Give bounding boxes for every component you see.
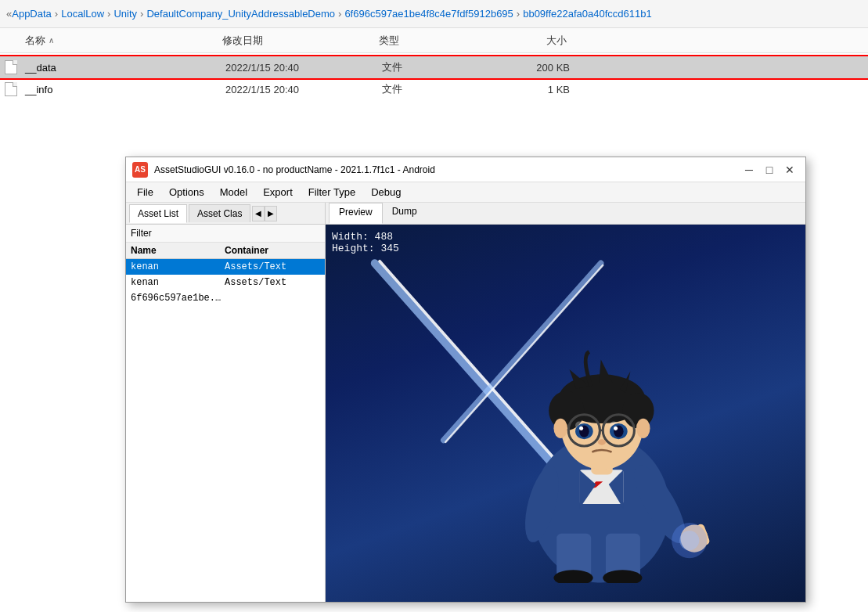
preview-width: Width: 488 — [332, 231, 399, 243]
window-title: AssetStudioGUI v0.16.0 - no productName … — [154, 164, 740, 175]
file-name-data: __data — [25, 62, 225, 74]
close-button[interactable]: ✕ — [780, 160, 799, 179]
asset-row-1[interactable]: kenan Assets/Text — [126, 275, 325, 290]
preview-info: Width: 488 Height: 345 — [332, 231, 399, 254]
minimize-button[interactable]: ─ — [740, 160, 758, 179]
app-icon: AS — [132, 162, 148, 178]
menu-export[interactable]: Export — [255, 184, 301, 200]
asset-name-1: kenan — [131, 277, 225, 288]
conan-svg — [326, 243, 805, 583]
asset-studio-window: AS AssetStudioGUI v0.16.0 - no productNa… — [125, 157, 806, 603]
maximize-button[interactable]: □ — [760, 160, 779, 179]
asset-row-2[interactable]: 6f696c597ae1be... — [126, 290, 325, 306]
file-name-info: __info — [25, 84, 225, 95]
asset-row-0[interactable]: kenan Assets/Text — [126, 259, 325, 275]
col-header-date[interactable]: 修改日期 — [222, 34, 379, 48]
svg-marker-23 — [599, 360, 613, 383]
sort-arrow: ∧ — [49, 36, 54, 45]
column-headers: 名称 ∧ 修改日期 类型 大小 — [0, 28, 868, 53]
tab-asset-list[interactable]: Asset List — [129, 204, 187, 223]
title-bar-controls: ─ □ ✕ — [740, 160, 799, 179]
svg-point-38 — [636, 419, 650, 438]
preview-area: Width: 488 Height: 345 — [326, 225, 805, 602]
preview-height: Height: 345 — [332, 243, 399, 254]
menu-model[interactable]: Model — [212, 184, 255, 200]
tab-dump[interactable]: Dump — [383, 203, 427, 224]
col-header-size[interactable]: 大小 — [504, 34, 598, 48]
preview-tab-bar: Preview Dump — [326, 203, 805, 225]
asset-name-2: 6f696c597ae1be... — [131, 293, 225, 304]
left-panel: Asset List Asset Clas ◀ ▶ Filter Name Co… — [126, 203, 326, 602]
menu-file[interactable]: File — [129, 184, 161, 200]
col-header-type[interactable]: 类型 — [379, 34, 504, 48]
tab-scroll-left[interactable]: ◀ — [252, 206, 265, 221]
file-row-data[interactable]: __data 2022/1/15 20:40 文件 200 KB — [0, 56, 868, 78]
file-date-info: 2022/1/15 20:40 — [225, 84, 382, 95]
tab-bar: Asset List Asset Clas ◀ ▶ — [126, 203, 325, 225]
title-bar: AS AssetStudioGUI v0.16.0 - no productNa… — [126, 157, 805, 182]
breadcrumb-company[interactable]: DefaultCompany_UnityAddressableDemo — [146, 8, 335, 20]
svg-point-40 — [679, 531, 699, 550]
svg-point-36 — [598, 439, 606, 445]
right-panel: Preview Dump Width: 488 Height: 345 — [326, 203, 805, 602]
file-type-data: 文件 — [382, 60, 507, 74]
breadcrumb-appdata[interactable]: AppData — [12, 8, 52, 20]
asset-name-0: kenan — [131, 261, 225, 272]
col-header-name[interactable]: 名称 ∧ — [3, 34, 222, 48]
file-icon-info — [3, 81, 19, 97]
menu-debug[interactable]: Debug — [363, 184, 409, 200]
tab-preview[interactable]: Preview — [329, 203, 383, 224]
asset-table-body: kenan Assets/Text kenan Assets/Text 6f69… — [126, 259, 325, 602]
menu-filtertype[interactable]: Filter Type — [301, 184, 363, 200]
tab-scroll-right[interactable]: ▶ — [265, 206, 277, 221]
th-name: Name — [131, 245, 225, 256]
breadcrumb-localLow[interactable]: LocalLow — [61, 8, 104, 20]
filter-label: Filter — [126, 225, 325, 243]
asset-container-0: Assets/Text — [225, 261, 320, 272]
main-area: Asset List Asset Clas ◀ ▶ Filter Name Co… — [126, 203, 805, 602]
file-size-data: 200 KB — [507, 62, 601, 74]
file-size-info: 1 KB — [507, 84, 601, 95]
breadcrumb-hash1[interactable]: 6f696c597ae1be4f8c4e7fdf5912b695 — [344, 8, 513, 20]
preview-image — [326, 225, 805, 602]
asset-table-header: Name Container — [126, 243, 325, 259]
svg-point-34 — [579, 427, 583, 430]
breadcrumb-hash2[interactable]: bb09ffe22afa0a40fccd611b1 — [523, 8, 652, 20]
menu-options[interactable]: Options — [161, 184, 212, 200]
breadcrumb-unity[interactable]: Unity — [113, 8, 137, 20]
th-container: Container — [225, 245, 320, 256]
asset-container-2 — [225, 293, 320, 304]
svg-point-37 — [553, 419, 567, 438]
file-type-info: 文件 — [382, 82, 507, 96]
svg-point-35 — [614, 427, 618, 430]
menu-bar: File Options Model Export Filter Type De… — [126, 182, 805, 203]
file-icon-data — [3, 59, 19, 75]
breadcrumb[interactable]: « AppData › LocalLow › Unity › DefaultCo… — [0, 0, 868, 28]
tab-asset-class[interactable]: Asset Clas — [189, 204, 250, 222]
file-date-data: 2022/1/15 20:40 — [225, 62, 382, 74]
file-list: __data 2022/1/15 20:40 文件 200 KB __info … — [0, 53, 868, 103]
asset-container-1: Assets/Text — [225, 277, 320, 288]
file-row-info[interactable]: __info 2022/1/15 20:40 文件 1 KB — [0, 78, 868, 100]
